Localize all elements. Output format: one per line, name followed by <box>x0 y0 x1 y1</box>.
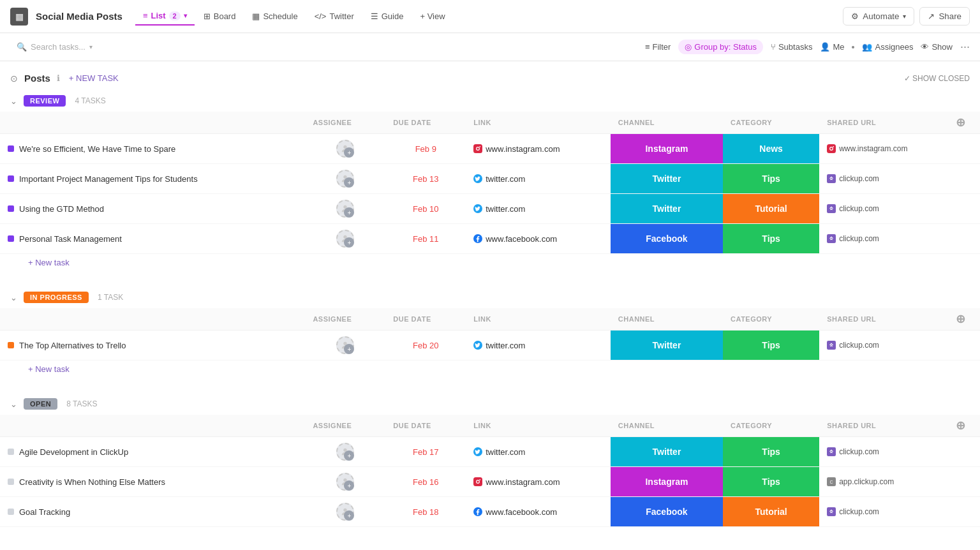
open-collapse-icon[interactable]: ⌄ <box>10 399 17 409</box>
avatar[interactable]: + <box>336 230 354 248</box>
task-name[interactable]: Using the GTD Method <box>19 204 104 214</box>
avatar[interactable]: + <box>336 336 354 354</box>
assignees-button[interactable]: 👥 Assignees <box>862 42 913 52</box>
avatar[interactable]: + <box>336 140 354 158</box>
review-collapse-icon[interactable]: ⌄ <box>10 96 17 106</box>
table-row: We're so Efficient, We Have Time to Spar… <box>0 134 980 164</box>
category-badge[interactable]: Tutorial <box>723 194 819 223</box>
shared-url-cell[interactable]: clickup.com <box>827 341 940 350</box>
show-button[interactable]: 👁 Show <box>921 42 953 52</box>
avatar[interactable]: + <box>336 200 354 218</box>
shared-url-cell[interactable]: www.instagram.com <box>827 144 940 153</box>
add-assignee-icon[interactable]: + <box>344 237 354 248</box>
link-cell[interactable]: twitter.com <box>473 447 603 457</box>
task-name[interactable]: We're so Efficient, We Have Time to Spar… <box>19 144 175 154</box>
category-badge[interactable]: Tips <box>723 467 819 496</box>
open-add-column-button[interactable]: ⊕ <box>956 419 966 432</box>
open-col-due-header: DUE DATE <box>385 415 466 437</box>
share-icon: ↗ <box>928 11 935 21</box>
tab-schedule[interactable]: ▦ Schedule <box>244 8 305 25</box>
shared-url-cell[interactable]: clickup.com <box>827 204 940 213</box>
avatar[interactable]: + <box>336 443 354 461</box>
task-name[interactable]: Important Project Management Tips for St… <box>19 174 198 184</box>
more-options-button[interactable]: ··· <box>960 40 970 54</box>
channel-badge[interactable]: Instagram <box>611 134 723 163</box>
review-table: ASSIGNEE DUE DATE LINK CHANNEL CATEGORY … <box>0 112 980 254</box>
filter-icon: ≡ <box>645 42 650 52</box>
add-assignee-icon[interactable]: + <box>344 344 354 354</box>
open-task-count: 8 TASKS <box>66 399 97 408</box>
in-progress-collapse-icon[interactable]: ⌄ <box>10 293 17 302</box>
tab-add-view[interactable]: + View <box>412 8 452 25</box>
add-assignee-icon[interactable]: + <box>344 510 354 521</box>
group-by-button[interactable]: ◎ Group by: Status <box>678 40 763 54</box>
category-badge[interactable]: Tips <box>723 224 819 253</box>
table-row: Goal Tracking + Feb 18 www.facebook.com <box>0 497 980 527</box>
add-assignee-icon[interactable]: + <box>344 450 354 461</box>
nav-tabs: ≡ List 2 ▾ ⊞ Board ▦ Schedule </> Twitte… <box>135 7 453 26</box>
tab-board[interactable]: ⊞ Board <box>196 8 244 25</box>
link-cell[interactable]: www.facebook.com <box>473 507 603 517</box>
channel-badge[interactable]: Twitter <box>611 194 723 223</box>
add-assignee-icon[interactable]: + <box>344 177 354 188</box>
avatar[interactable]: + <box>336 503 354 521</box>
channel-badge[interactable]: Twitter <box>611 164 723 193</box>
link-cell[interactable]: www.facebook.com <box>473 234 603 244</box>
add-assignee-icon[interactable]: + <box>344 147 354 158</box>
due-date-cell: Feb 17 <box>385 437 466 467</box>
category-badge[interactable]: News <box>723 134 819 163</box>
add-assignee-icon[interactable]: + <box>344 480 354 491</box>
posts-info-icon[interactable]: ℹ <box>57 73 60 83</box>
avatar[interactable]: + <box>336 170 354 188</box>
task-name[interactable]: Personal Task Management <box>19 234 122 244</box>
link-cell[interactable]: www.instagram.com <box>473 477 603 487</box>
link-cell[interactable]: twitter.com <box>473 204 603 214</box>
task-name[interactable]: The Top Alternatives to Trello <box>19 341 126 350</box>
link-cell[interactable]: twitter.com <box>473 174 603 184</box>
posts-toggle[interactable]: ⊙ <box>10 73 18 84</box>
automate-button[interactable]: ⚙ Automate ▾ <box>843 7 914 26</box>
shared-url-cell[interactable]: C app.clickup.com <box>827 477 940 486</box>
add-column-button[interactable]: ⊕ <box>956 116 966 129</box>
category-badge[interactable]: Tutorial <box>723 497 819 526</box>
category-badge[interactable]: Tips <box>723 164 819 193</box>
due-date-cell: Feb 20 <box>385 331 466 360</box>
svg-rect-4 <box>827 144 836 153</box>
me-button[interactable]: 👤 Me <box>820 42 844 52</box>
channel-badge[interactable]: Facebook <box>611 497 723 526</box>
category-badge[interactable]: Tips <box>723 331 819 360</box>
ip-add-column-button[interactable]: ⊕ <box>956 313 966 325</box>
task-name[interactable]: Creativity is When Nothing Else Matters <box>19 477 165 487</box>
add-assignee-icon[interactable]: + <box>344 207 354 218</box>
avatar[interactable]: + <box>336 473 354 491</box>
channel-badge[interactable]: Twitter <box>611 437 723 466</box>
tab-twitter[interactable]: </> Twitter <box>307 8 362 25</box>
project-title: Social Media Posts <box>36 11 122 22</box>
tab-list[interactable]: ≡ List 2 ▾ <box>135 7 195 26</box>
task-name[interactable]: Agile Development in ClickUp <box>19 447 128 457</box>
shared-url-text: app.clickup.com <box>839 477 894 486</box>
automate-chevron-icon: ▾ <box>903 13 906 20</box>
channel-badge[interactable]: Facebook <box>611 224 723 253</box>
filter-button[interactable]: ≡ Filter <box>645 42 671 52</box>
search-box[interactable]: 🔍 Search tasks... ▾ <box>10 40 163 54</box>
task-status-dot <box>8 449 14 455</box>
new-task-button[interactable]: + NEW TASK <box>69 73 119 83</box>
category-badge[interactable]: Tips <box>723 437 819 466</box>
share-button[interactable]: ↗ Share <box>919 7 970 26</box>
shared-url-cell[interactable]: clickup.com <box>827 174 940 183</box>
tab-guide[interactable]: ☰ Guide <box>363 8 412 25</box>
shared-url-cell[interactable]: clickup.com <box>827 507 940 516</box>
shared-url-cell[interactable]: clickup.com <box>827 234 940 243</box>
task-name[interactable]: Goal Tracking <box>19 507 70 517</box>
channel-badge[interactable]: Instagram <box>611 467 723 496</box>
in-progress-new-task-button[interactable]: + New task <box>28 364 70 374</box>
search-chevron-icon: ▾ <box>89 43 93 50</box>
shared-url-cell[interactable]: clickup.com <box>827 447 940 456</box>
show-closed-button[interactable]: ✓ SHOW CLOSED <box>904 74 970 83</box>
subtasks-button[interactable]: ⑂ Subtasks <box>771 42 812 52</box>
link-cell[interactable]: www.instagram.com <box>473 144 603 154</box>
link-cell[interactable]: twitter.com <box>473 341 603 350</box>
channel-badge[interactable]: Twitter <box>611 331 723 360</box>
review-new-task-button[interactable]: + New task <box>28 258 70 267</box>
